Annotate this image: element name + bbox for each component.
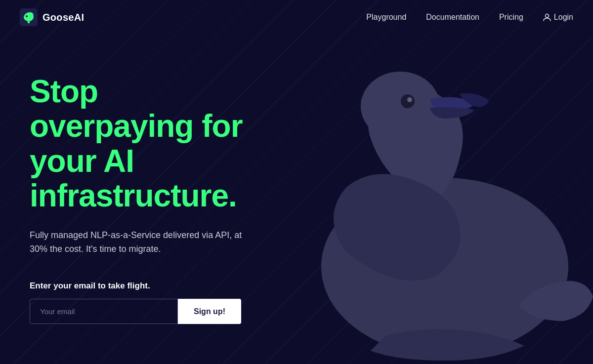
hero-subtitle: Fully managed NLP-as-a-Service delivered…: [30, 228, 257, 257]
hero-section: Stop overpaying for your AI infrastructu…: [0, 35, 257, 324]
svg-point-6: [545, 14, 549, 18]
nav-link-playground[interactable]: Playground: [366, 13, 406, 21]
login-label: Login: [554, 13, 573, 22]
nav-links: Playground Documentation Pricing Login: [366, 13, 573, 22]
signup-button[interactable]: Sign up!: [178, 299, 241, 324]
email-cta-label: Enter your email to take flight.: [30, 281, 257, 291]
navbar: GooseAI Playground Documentation Pricing…: [0, 0, 593, 35]
user-icon: [543, 13, 551, 21]
email-input[interactable]: [30, 299, 178, 324]
hero-title: Stop overpaying for your AI infrastructu…: [30, 74, 257, 213]
nav-login-link[interactable]: Login: [543, 13, 573, 22]
svg-point-5: [26, 15, 28, 17]
logo-link[interactable]: GooseAI: [20, 8, 84, 26]
svg-point-3: [407, 97, 412, 102]
nav-link-pricing[interactable]: Pricing: [499, 13, 523, 21]
goose-illustration: [247, 30, 593, 364]
svg-point-1: [361, 72, 440, 141]
logo-icon: [20, 8, 38, 26]
email-form: Sign up!: [30, 299, 257, 324]
nav-link-documentation[interactable]: Documentation: [426, 13, 479, 21]
logo-text: GooseAI: [42, 12, 84, 23]
